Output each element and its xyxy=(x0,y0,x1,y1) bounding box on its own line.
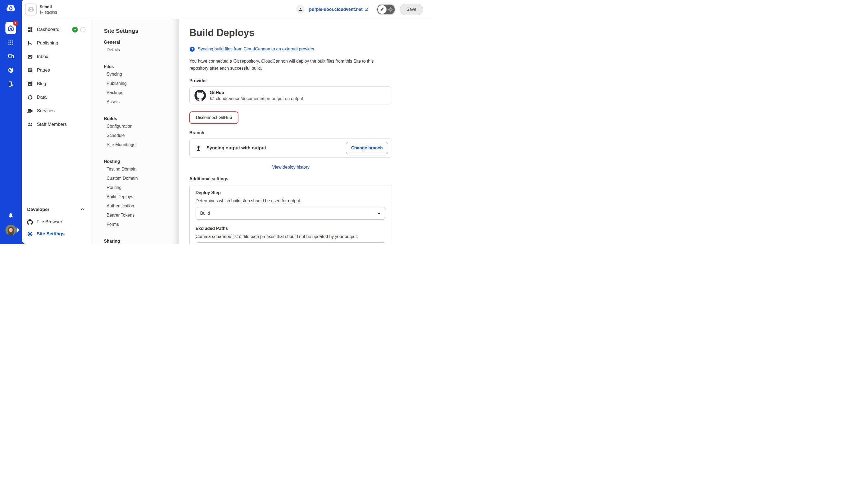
section-heading: Builds xyxy=(104,116,179,122)
domain-link[interactable]: purple-door.cloudvent.net xyxy=(309,7,368,12)
rail-home-button[interactable]: 2 xyxy=(5,22,16,34)
github-icon xyxy=(27,219,33,225)
settings-item-forms[interactable]: Forms xyxy=(104,220,179,229)
nav-label: Inbox xyxy=(37,54,48,59)
chevron-down-icon xyxy=(376,211,381,216)
section-heading: Files xyxy=(104,64,179,70)
excluded-paths-description: Comma separated list of file path prefix… xyxy=(195,233,386,240)
bell-icon[interactable] xyxy=(8,213,14,219)
disconnect-github-button[interactable]: Disconnect GitHub xyxy=(189,111,239,124)
nav-item-data[interactable]: Data xyxy=(22,91,91,104)
main-nav: Dashboard Publishing xyxy=(22,19,91,244)
globe-icon[interactable] xyxy=(8,67,14,73)
site-meta: Sendit staging xyxy=(40,4,57,14)
left-rail: 2 xyxy=(0,0,22,244)
settings-item-bearer-tokens[interactable]: Bearer Tokens xyxy=(104,210,179,220)
settings-nav: Site Settings General Details Files Sync… xyxy=(91,19,179,244)
dashboard-grid-icon xyxy=(27,27,33,33)
help-link[interactable]: Syncing build files from CloudCannon to … xyxy=(198,46,314,52)
domain-text: purple-door.cloudvent.net xyxy=(309,7,362,12)
chevron-up-icon xyxy=(80,207,85,212)
people-icon xyxy=(27,122,33,127)
site-icon[interactable] xyxy=(25,3,37,15)
settings-item-authentication[interactable]: Authentication xyxy=(104,201,179,210)
settings-item-routing[interactable]: Routing xyxy=(104,183,179,192)
settings-section-builds: Builds Configuration Schedule Site Mount… xyxy=(104,116,179,150)
nav-item-staff-members[interactable]: Staff Members xyxy=(22,118,91,131)
provider-name: GitHub xyxy=(210,90,303,95)
settings-item-site-mountings[interactable]: Site Mountings xyxy=(104,140,179,150)
gear-icon xyxy=(27,231,33,237)
settings-item-backups[interactable]: Backups xyxy=(104,88,179,97)
app-panel: Sendit staging purple-door.cloudvent.net xyxy=(22,0,434,244)
settings-item-configuration[interactable]: Configuration xyxy=(104,122,179,131)
section-heading: Sharing xyxy=(104,238,179,244)
nav-item-inbox[interactable]: Inbox xyxy=(22,50,91,63)
external-link-icon xyxy=(364,7,368,11)
empty-circle-icon xyxy=(80,27,86,33)
help-row: ? Syncing build files from CloudCannon t… xyxy=(189,46,434,52)
excluded-paths-label: Excluded Paths xyxy=(195,226,386,231)
settings-item-build-deploys[interactable]: Build Deploys xyxy=(104,192,179,201)
sidebar-expand-arrow[interactable] xyxy=(17,227,20,233)
nav-label: Services xyxy=(37,108,55,113)
organization-settings-icon[interactable] xyxy=(8,81,14,87)
settings-item-details[interactable]: Details xyxy=(104,45,179,55)
settings-item-assets[interactable]: Assets xyxy=(104,97,179,106)
check-circle-icon xyxy=(72,27,78,33)
settings-item-schedule[interactable]: Schedule xyxy=(104,131,179,140)
excluded-paths-input[interactable] xyxy=(195,242,386,244)
additional-settings-label: Additional settings xyxy=(189,176,434,182)
main-content: Build Deploys ? Syncing build files from… xyxy=(179,19,434,244)
nav-label: Data xyxy=(37,95,46,100)
change-branch-button[interactable]: Change branch xyxy=(346,142,388,154)
settings-item-syncing[interactable]: Syncing xyxy=(104,70,179,79)
apps-grid-icon[interactable] xyxy=(8,40,14,46)
provider-repo-row: cloudcannon/documentation-output on outp… xyxy=(210,96,303,101)
header-right: purple-door.cloudvent.net Save xyxy=(296,4,423,15)
nav-label: Blog xyxy=(37,81,46,87)
external-link-icon xyxy=(210,96,214,101)
settings-item-testing-domain[interactable]: Testing Domain xyxy=(104,165,179,174)
view-deploy-history-link[interactable]: View deploy history xyxy=(189,164,392,170)
developer-section-header[interactable]: Developer xyxy=(27,206,85,213)
devices-icon[interactable] xyxy=(8,53,14,60)
provider-info: GitHub cloudcannon/documentation-output … xyxy=(210,90,303,101)
section-heading: Hosting xyxy=(104,159,179,165)
editor-mode-toggle[interactable] xyxy=(376,4,396,15)
page-description: You have connected a Git repository. Clo… xyxy=(189,58,382,72)
top-header: Sendit staging purple-door.cloudvent.net xyxy=(22,0,434,19)
branch-card: Syncing output with output Change branch xyxy=(189,138,392,158)
settings-item-publishing[interactable]: Publishing xyxy=(104,79,179,88)
save-button[interactable]: Save xyxy=(400,4,423,15)
upload-icon xyxy=(195,144,202,152)
nav-item-site-settings[interactable]: Site Settings xyxy=(27,228,85,240)
calendar-check-icon xyxy=(27,81,33,87)
settings-item-custom-domain[interactable]: Custom Domain xyxy=(104,174,179,183)
developer-section: Developer File Browser Site Settings xyxy=(22,203,91,240)
nav-item-publishing[interactable]: Publishing xyxy=(22,36,91,50)
environment-row: staging xyxy=(40,10,57,14)
nav-label: Pages xyxy=(37,67,50,73)
gear-icon xyxy=(388,6,393,12)
settings-section-general: General Details xyxy=(104,39,179,55)
settings-section-sharing: Sharing xyxy=(104,238,179,244)
nav-item-dashboard[interactable]: Dashboard xyxy=(22,23,91,36)
settings-section-files: Files Syncing Publishing Backups Assets xyxy=(104,64,179,106)
deploy-step-select[interactable]: Build xyxy=(195,207,386,220)
svg-text:?: ? xyxy=(191,47,193,51)
github-icon xyxy=(194,90,206,101)
person-icon[interactable] xyxy=(296,5,305,13)
app-window: 2 xyxy=(0,0,434,244)
deploy-step-label: Deploy Step xyxy=(195,190,386,196)
nav-label: Dashboard xyxy=(37,27,59,32)
nav-item-blog[interactable]: Blog xyxy=(22,77,91,91)
cloudcannon-logo-icon[interactable] xyxy=(5,3,16,14)
user-avatar[interactable] xyxy=(5,225,16,236)
dashboard-status xyxy=(72,27,86,33)
nav-item-file-browser[interactable]: File Browser xyxy=(27,216,85,228)
nav-item-services[interactable]: Services xyxy=(22,104,91,118)
refresh-icon xyxy=(27,94,33,100)
nav-item-pages[interactable]: Pages xyxy=(22,63,91,77)
inbox-icon xyxy=(27,54,33,60)
